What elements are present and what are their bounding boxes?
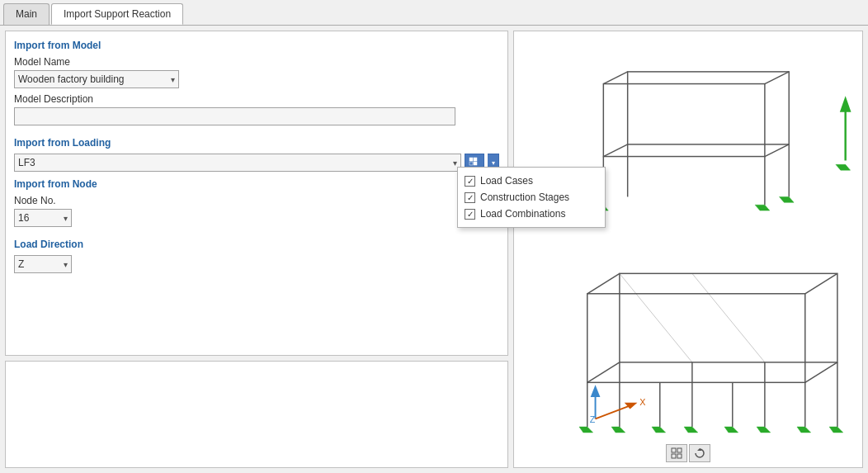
structure-drawing: Z X <box>514 31 862 467</box>
canvas-toolbar <box>666 444 710 462</box>
node-no-group: Node No. 16 ▾ <box>14 195 499 227</box>
import-from-loading-section: Import from Loading <box>14 137 499 149</box>
model-name-label: Model Name <box>14 56 499 68</box>
svg-marker-41 <box>684 427 698 433</box>
direction-dropdown[interactable]: Z ▾ <box>14 255 72 273</box>
load-direction-title: Load Direction <box>14 239 499 250</box>
node-arrow-icon: ▾ <box>60 214 68 223</box>
import-from-node-section: Import from Node <box>14 178 499 190</box>
left-panel: Import from Model Model Name Wooden fact… <box>5 31 508 356</box>
svg-marker-37 <box>652 427 666 433</box>
svg-line-45 <box>692 273 765 362</box>
svg-rect-2 <box>469 162 473 165</box>
content-area: Import from Model Model Name Wooden fact… <box>0 26 868 473</box>
svg-line-25 <box>805 273 837 293</box>
direction-arrow-icon: ▾ <box>60 260 68 269</box>
model-name-value: Wooden factory building <box>18 73 167 85</box>
load-direction-group: Z ▾ <box>14 255 499 273</box>
filter-load-combinations[interactable]: ✓ Load Combinations <box>465 206 598 222</box>
loading-row: LF3 ▾ ▾ <box>14 154 499 172</box>
svg-text:X: X <box>639 397 645 407</box>
svg-rect-1 <box>474 158 477 161</box>
node-value: 16 <box>18 212 60 224</box>
filter-load-cases[interactable]: ✓ Load Cases <box>465 173 598 189</box>
svg-marker-50 <box>625 403 638 409</box>
svg-marker-36 <box>579 427 593 433</box>
svg-rect-3 <box>474 162 477 165</box>
grid-icon <box>671 447 682 459</box>
svg-line-11 <box>765 144 789 157</box>
svg-marker-42 <box>757 427 771 433</box>
import-from-loading-title: Import from Loading <box>14 137 499 149</box>
canvas-tool-btn-1[interactable] <box>666 444 687 462</box>
separator-3 <box>14 232 499 239</box>
model-name-group: Model Name Wooden factory building ▾ <box>14 56 499 88</box>
tab-main[interactable]: Main <box>3 3 50 25</box>
node-no-label: Node No. <box>14 195 499 206</box>
import-from-model-title: Import from Model <box>14 40 499 51</box>
construction-stages-checkbox[interactable]: ✓ <box>465 192 475 203</box>
tab-bar: Main Import Support Reaction <box>0 0 868 26</box>
separator-2 <box>14 172 499 178</box>
svg-rect-55 <box>677 454 682 458</box>
main-container: Main Import Support Reaction Import from… <box>0 0 868 473</box>
svg-marker-39 <box>797 427 811 433</box>
construction-stages-label: Construction Stages <box>480 192 569 203</box>
svg-line-49 <box>596 405 632 419</box>
node-dropdown[interactable]: 16 ▾ <box>14 209 72 227</box>
right-panel: Z X <box>513 31 863 468</box>
svg-line-9 <box>603 72 627 84</box>
import-from-node-title: Import from Node <box>14 178 499 190</box>
separator-1 <box>14 130 499 137</box>
svg-line-10 <box>765 72 789 84</box>
load-combinations-label: Load Combinations <box>480 208 565 220</box>
loading-dropdown[interactable]: LF3 ▾ <box>14 154 461 172</box>
load-combinations-checkbox[interactable]: ✓ <box>465 209 475 220</box>
filter-construction-stages[interactable]: ✓ Construction Stages <box>465 189 598 206</box>
svg-marker-40 <box>611 427 625 433</box>
model-name-dropdown[interactable]: Wooden factory building ▾ <box>14 70 179 88</box>
svg-line-24 <box>587 273 620 293</box>
svg-line-26 <box>805 362 837 382</box>
loading-arrow-icon: ▾ <box>450 158 457 168</box>
left-panel-wrapper: Import from Model Model Name Wooden fact… <box>5 31 508 468</box>
model-description-label: Model Description <box>14 93 499 105</box>
svg-marker-17 <box>836 164 851 170</box>
load-cases-checkbox[interactable]: ✓ <box>465 176 475 187</box>
svg-marker-43 <box>829 427 843 433</box>
model-name-arrow-icon: ▾ <box>167 75 175 84</box>
svg-marker-15 <box>755 205 770 210</box>
svg-line-44 <box>620 273 692 362</box>
svg-marker-19 <box>840 96 851 112</box>
svg-rect-54 <box>672 454 676 458</box>
svg-rect-53 <box>677 448 682 452</box>
filter-popup: ✓ Load Cases ✓ Construction Stages ✓ Loa… <box>457 167 606 228</box>
model-description-field[interactable] <box>14 107 455 125</box>
svg-rect-52 <box>672 448 676 452</box>
rotate-icon <box>694 447 705 459</box>
svg-marker-38 <box>724 427 738 433</box>
canvas-tool-btn-2[interactable] <box>689 444 710 462</box>
canvas-area: Z X <box>514 31 862 467</box>
bottom-left-panel <box>5 361 508 468</box>
direction-value: Z <box>18 258 60 270</box>
svg-text:Z: Z <box>590 414 596 424</box>
svg-line-27 <box>587 362 620 382</box>
svg-line-12 <box>603 144 627 157</box>
tab-import-support-reaction[interactable]: Import Support Reaction <box>51 3 183 25</box>
import-from-model-section: Import from Model <box>14 40 499 51</box>
model-description-group: Model Description <box>14 93 499 125</box>
load-cases-label: Load Cases <box>480 175 533 187</box>
svg-marker-16 <box>779 196 794 202</box>
loading-value: LF3 <box>18 157 450 168</box>
svg-rect-0 <box>469 158 473 161</box>
load-direction-section: Load Direction <box>14 239 499 250</box>
svg-marker-47 <box>591 385 601 397</box>
